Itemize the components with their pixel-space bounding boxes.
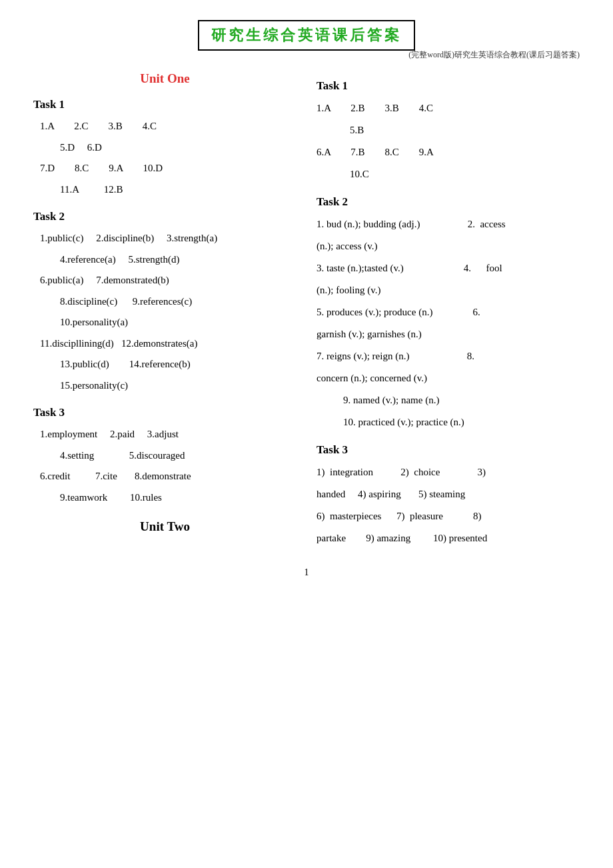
list-item: 8.discipline(c) 9.references(c) [33, 293, 297, 311]
list-item: 9.teamwork 10.rules [33, 489, 297, 507]
right-task1-heading: Task 1 [316, 79, 580, 93]
list-item: 1. bud (n.); budding (adj.) 2. access [316, 215, 580, 233]
list-item: 5.B [316, 121, 580, 139]
list-item: 5.D 6.D [33, 139, 297, 157]
list-item: (n.); fooling (v.) [316, 281, 580, 299]
list-item: 1.A 2.C 3.B 4.C [33, 118, 297, 135]
list-item: partake 9) amazing 10) presented [316, 529, 580, 547]
list-item: 4.reference(a) 5.strength(d) [33, 251, 297, 269]
list-item: 10.personality(a) [33, 314, 297, 331]
list-item: 1) integration 2) choice 3) [316, 463, 580, 481]
unit-two-heading: Unit Two [33, 519, 297, 534]
left-task2-heading: Task 2 [33, 210, 297, 223]
list-item: handed 4) aspiring 5) steaming [316, 485, 580, 503]
list-item: 1.public(c) 2.discipline(b) 3.strength(a… [33, 230, 297, 247]
list-item: 4.setting 5.discouraged [33, 447, 297, 465]
list-item: 11.discipllining(d) 12.demonstrates(a) [33, 335, 297, 353]
list-item: 10. practiced (v.); practice (n.) [316, 413, 580, 431]
main-content: Unit One Task 1 1.A 2.C 3.B 4.C 5.D 6.D … [33, 67, 580, 551]
list-item: 15.personality(c) [33, 377, 297, 395]
header: 研究生综合英语课后答案 (完整word版)研究生英语综合教程(课后习题答案) [33, 20, 580, 61]
list-item: 5. produces (v.); produce (n.) 6. [316, 303, 580, 321]
list-item: 6.A 7.B 8.C 9.A [316, 143, 580, 161]
right-column: Task 1 1.A 2.B 3.B 4.C 5.B 6.A 7.B 8.C 9… [316, 67, 580, 551]
list-item: 10.C [316, 165, 580, 183]
right-task2-heading: Task 2 [316, 195, 580, 209]
unit-one-heading: Unit One [33, 71, 297, 86]
list-item: 7. reigns (v.); reign (n.) 8. [316, 347, 580, 365]
list-item: 3. taste (n.);tasted (v.) 4. fool [316, 259, 580, 277]
list-item: 11.A 12.B [33, 181, 297, 199]
subtitle: (完整word版)研究生英语综合教程(课后习题答案) [408, 49, 580, 61]
list-item: 6.public(a) 7.demonstrated(b) [33, 272, 297, 289]
list-item: 7.D 8.C 9.A 10.D [33, 160, 297, 177]
list-item: 13.public(d) 14.reference(b) [33, 356, 297, 373]
page-number: 1 [33, 567, 580, 578]
list-item: 1.employment 2.paid 3.adjust [33, 426, 297, 443]
left-column: Unit One Task 1 1.A 2.C 3.B 4.C 5.D 6.D … [33, 67, 297, 551]
main-title: 研究生综合英语课后答案 [211, 27, 402, 43]
right-task3-heading: Task 3 [316, 443, 580, 457]
list-item: 6) masterpieces 7) pleasure 8) [316, 507, 580, 525]
list-item: 9. named (v.); name (n.) [316, 391, 580, 409]
list-item: (n.); access (v.) [316, 237, 580, 255]
left-task3-heading: Task 3 [33, 406, 297, 419]
left-task1-heading: Task 1 [33, 98, 297, 111]
list-item: 1.A 2.B 3.B 4.C [316, 99, 580, 117]
list-item: 6.credit 7.cite 8.demonstrate [33, 468, 297, 485]
title-box: 研究生综合英语课后答案 [198, 20, 415, 51]
list-item: concern (n.); concerned (v.) [316, 369, 580, 387]
list-item: garnish (v.); garnishes (n.) [316, 325, 580, 343]
